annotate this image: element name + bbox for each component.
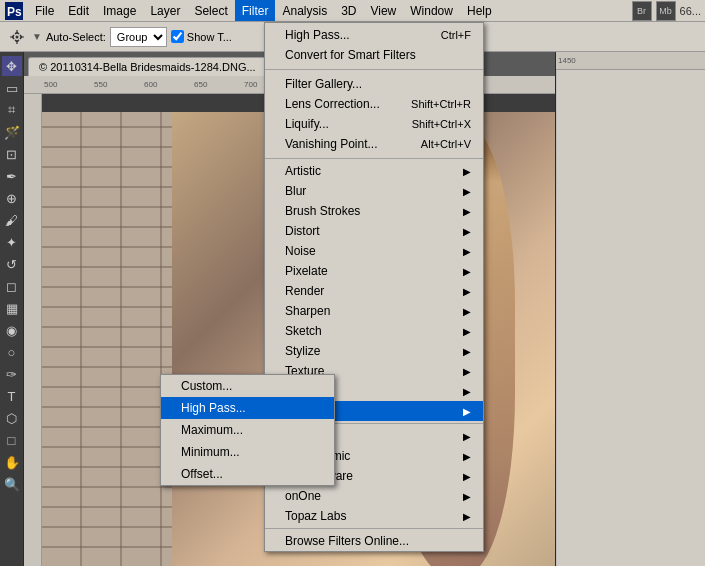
show-transform-checkbox[interactable]: Show T...: [171, 30, 232, 43]
path-tool[interactable]: ⬡: [2, 408, 22, 428]
separator-2: [265, 158, 483, 159]
mini-bridge-icon[interactable]: Mb: [656, 1, 676, 21]
filter-artistic[interactable]: Artistic▶: [265, 161, 483, 181]
filter-browse-online[interactable]: Browse Filters Online...: [265, 531, 483, 551]
magic-wand-tool[interactable]: 🪄: [2, 122, 22, 142]
move-tool[interactable]: ✥: [2, 56, 22, 76]
filter-pixelate[interactable]: Pixelate▶: [265, 261, 483, 281]
bridge-icon[interactable]: Br: [632, 1, 652, 21]
hand-tool[interactable]: ✋: [2, 452, 22, 472]
menu-3d[interactable]: 3D: [334, 0, 363, 21]
arrow-icon: ▼: [32, 31, 42, 42]
filter-lens-correction[interactable]: Lens Correction... Shift+Ctrl+R: [265, 94, 483, 114]
filter-gallery[interactable]: Filter Gallery...: [265, 74, 483, 94]
brush-tool[interactable]: 🖌: [2, 210, 22, 230]
blur-tool[interactable]: ◉: [2, 320, 22, 340]
clone-tool[interactable]: ✦: [2, 232, 22, 252]
eraser-tool[interactable]: ◻: [2, 276, 22, 296]
other-minimum[interactable]: Minimum...: [161, 441, 334, 463]
shape-tool[interactable]: □: [2, 430, 22, 450]
app-logo: Ps: [4, 1, 24, 21]
menubar: Ps File Edit Image Layer Select Filter A…: [0, 0, 705, 22]
other-submenu: Custom... High Pass... Maximum... Minimu…: [160, 374, 335, 486]
filter-liquify[interactable]: Liquify... Shift+Ctrl+X: [265, 114, 483, 134]
menu-select[interactable]: Select: [187, 0, 234, 21]
filter-vanishing-point[interactable]: Vanishing Point... Alt+Ctrl+V: [265, 134, 483, 154]
svg-text:Ps: Ps: [7, 5, 22, 19]
filter-brush-strokes[interactable]: Brush Strokes▶: [265, 201, 483, 221]
menu-analysis[interactable]: Analysis: [275, 0, 334, 21]
menu-layer[interactable]: Layer: [143, 0, 187, 21]
history-tool[interactable]: ↺: [2, 254, 22, 274]
filter-on-one[interactable]: onOne▶: [265, 486, 483, 506]
move-tool-icon: [6, 26, 28, 48]
menu-help[interactable]: Help: [460, 0, 499, 21]
text-tool[interactable]: T: [2, 386, 22, 406]
auto-select-dropdown[interactable]: Group Layer: [110, 27, 167, 47]
other-custom[interactable]: Custom...: [161, 375, 334, 397]
separator-1: [265, 69, 483, 70]
filter-stylize[interactable]: Stylize▶: [265, 341, 483, 361]
zoom-tool[interactable]: 🔍: [2, 474, 22, 494]
filter-sketch[interactable]: Sketch▶: [265, 321, 483, 341]
filter-topaz-labs[interactable]: Topaz Labs▶: [265, 506, 483, 526]
eyedropper-tool[interactable]: ✒: [2, 166, 22, 186]
other-maximum[interactable]: Maximum...: [161, 419, 334, 441]
menu-window[interactable]: Window: [403, 0, 460, 21]
menu-edit[interactable]: Edit: [61, 0, 96, 21]
zoom-level: 66...: [680, 5, 701, 17]
crop-tool[interactable]: ⊡: [2, 144, 22, 164]
vertical-ruler: [24, 94, 42, 566]
document-tab[interactable]: © 20110314-Bella Bridesmaids-1284.DNG...: [28, 57, 267, 76]
lasso-tool[interactable]: ⌗: [2, 100, 22, 120]
menu-filter[interactable]: Filter: [235, 0, 276, 21]
filter-sharpen[interactable]: Sharpen▶: [265, 301, 483, 321]
left-toolbar: ✥ ▭ ⌗ 🪄 ⊡ ✒ ⊕ 🖌 ✦ ↺ ◻ ▦ ◉ ○ ✑ T ⬡ □ ✋ 🔍: [0, 52, 24, 566]
show-transform-label: Show T...: [187, 31, 232, 43]
healing-tool[interactable]: ⊕: [2, 188, 22, 208]
filter-noise[interactable]: Noise▶: [265, 241, 483, 261]
filter-distort[interactable]: Distort▶: [265, 221, 483, 241]
other-offset[interactable]: Offset...: [161, 463, 334, 485]
other-high-pass[interactable]: High Pass...: [161, 397, 334, 419]
menu-image[interactable]: Image: [96, 0, 143, 21]
filter-high-pass-top[interactable]: High Pass... Ctrl+F: [265, 25, 483, 45]
filter-convert-smart[interactable]: Convert for Smart Filters: [265, 45, 483, 65]
menu-view[interactable]: View: [363, 0, 403, 21]
auto-select-label: Auto-Select:: [46, 31, 106, 43]
dodge-tool[interactable]: ○: [2, 342, 22, 362]
svg-point-2: [16, 35, 19, 38]
right-panel: 1450: [555, 52, 705, 566]
filter-render[interactable]: Render▶: [265, 281, 483, 301]
filter-blur[interactable]: Blur▶: [265, 181, 483, 201]
menu-file[interactable]: File: [28, 0, 61, 21]
marquee-tool[interactable]: ▭: [2, 78, 22, 98]
pen-tool[interactable]: ✑: [2, 364, 22, 384]
gradient-tool[interactable]: ▦: [2, 298, 22, 318]
separator-4: [265, 528, 483, 529]
